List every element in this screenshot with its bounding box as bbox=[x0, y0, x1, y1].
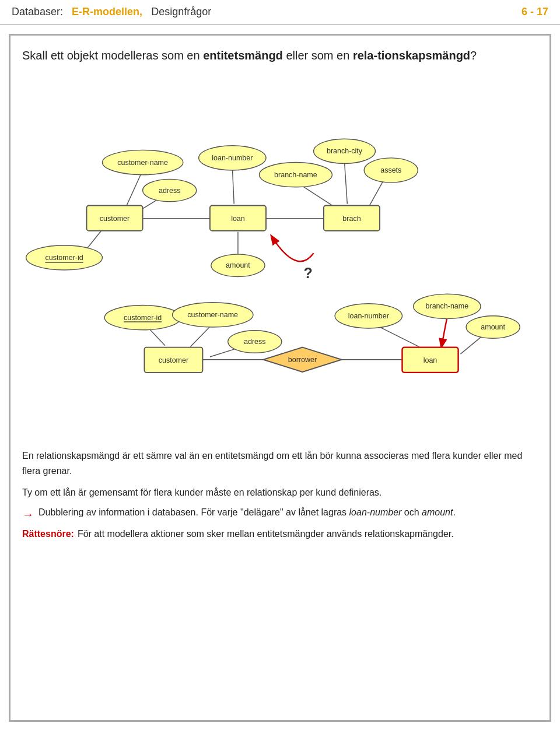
svg-text:borrower: borrower bbox=[288, 356, 317, 364]
svg-text:adress: adress bbox=[159, 187, 180, 195]
course-label: Databaser: bbox=[12, 6, 63, 17]
svg-text:brach: brach bbox=[342, 215, 360, 223]
svg-text:?: ? bbox=[303, 265, 312, 281]
bullet-text: Dubblering av information i databasen. F… bbox=[38, 507, 456, 518]
intro-text: Skall ett objekt modelleras som en entit… bbox=[22, 47, 538, 64]
arrow-icon: → bbox=[22, 508, 34, 521]
svg-text:amount: amount bbox=[226, 261, 250, 269]
svg-line-4 bbox=[232, 167, 234, 203]
bullet-block: → Dubblering av information i databasen.… bbox=[22, 507, 538, 521]
rattesnore-block: Rättesnöre: För att modellera aktioner s… bbox=[22, 527, 538, 541]
svg-text:customer-name: customer-name bbox=[117, 159, 168, 167]
svg-line-9 bbox=[369, 178, 385, 207]
svg-text:customer-id: customer-id bbox=[45, 254, 83, 262]
svg-text:loan-number: loan-number bbox=[212, 154, 253, 162]
svg-line-8 bbox=[345, 162, 348, 204]
svg-text:loan: loan bbox=[231, 215, 245, 223]
svg-text:customer: customer bbox=[159, 356, 188, 364]
rattesnore-text: För att modellera aktioner som sker mell… bbox=[78, 527, 454, 541]
page-header: Databaser: E-R-modellen, Designfrågor 6 … bbox=[0, 0, 560, 25]
header-title: Databaser: E-R-modellen, Designfrågor bbox=[12, 6, 211, 18]
subtopic-label: Designfrågor bbox=[151, 6, 211, 17]
svg-line-1 bbox=[126, 170, 143, 207]
svg-text:loan: loan bbox=[424, 356, 438, 364]
topic-label: E-R-modellen, bbox=[72, 6, 142, 17]
svg-text:amount: amount bbox=[481, 323, 505, 331]
svg-text:branch-city: branch-city bbox=[327, 147, 363, 155]
rattesnore-label: Rättesnöre: bbox=[22, 527, 74, 541]
svg-text:customer-id: customer-id bbox=[124, 314, 162, 322]
svg-line-34 bbox=[190, 325, 212, 346]
svg-text:loan-number: loan-number bbox=[348, 312, 389, 320]
main-content: Skall ett objekt modelleras som en entit… bbox=[9, 34, 551, 722]
svg-text:customer: customer bbox=[100, 215, 130, 223]
svg-text:branch-name: branch-name bbox=[274, 171, 317, 179]
svg-text:assets: assets bbox=[380, 166, 401, 174]
svg-text:adress: adress bbox=[244, 338, 265, 346]
er-diagram: customer loan brach customer-id customer… bbox=[22, 75, 538, 437]
svg-text:branch-name: branch-name bbox=[426, 302, 469, 310]
paragraph1: En relationskapsmängd är ett sämre val ä… bbox=[22, 448, 538, 478]
svg-line-39 bbox=[442, 318, 447, 347]
paragraph2: Ty om ett lån är gemensamt för flera kun… bbox=[22, 485, 538, 500]
page-number: 6 - 17 bbox=[522, 6, 548, 18]
svg-text:customer-name: customer-name bbox=[187, 311, 238, 319]
